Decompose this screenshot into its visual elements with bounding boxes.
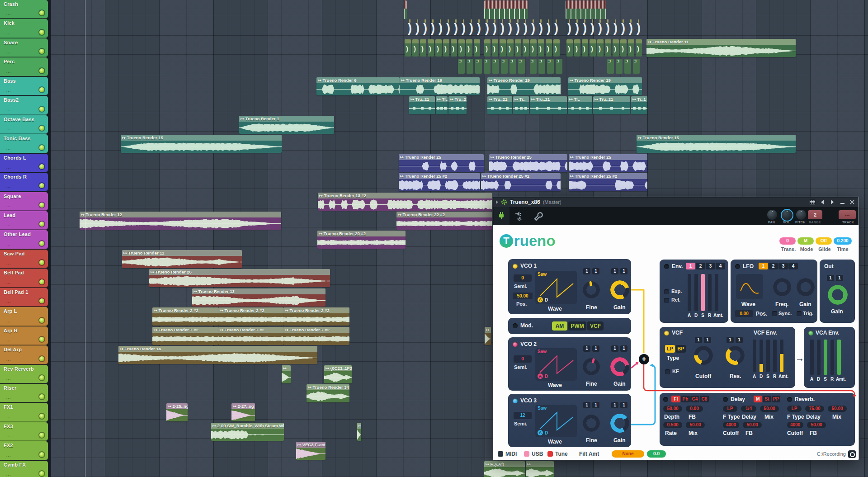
playlist-clip[interactable]: ↦ Trueno Render 13 [192, 288, 326, 307]
track-mute-led[interactable] [39, 87, 44, 92]
track-header[interactable]: FX3... [0, 422, 48, 441]
track-options-dots[interactable]: ... [6, 338, 11, 342]
track-box[interactable]: --- [839, 210, 856, 219]
playlist-clip[interactable]: ↦ Trueno Render 22 #2 [396, 212, 492, 230]
close-icon[interactable] [849, 198, 856, 206]
track-options-dots[interactable]: ... [6, 50, 11, 54]
track-mute-led[interactable] [39, 126, 44, 131]
kick-hit-clip[interactable]: ) [553, 19, 560, 38]
track-mute-led[interactable] [39, 394, 44, 399]
kick-hit-clip[interactable]: ) [468, 19, 475, 38]
crash-clip[interactable] [404, 0, 407, 19]
kick-hit-clip[interactable]: ) [484, 19, 491, 38]
kick-hit-clip[interactable]: ) [597, 19, 604, 38]
kick-hit-clip[interactable]: ) [590, 19, 596, 38]
perc-hit-clip[interactable]: Ǝ [556, 59, 562, 74]
kick-hit-clip[interactable]: ) [407, 19, 413, 38]
perc-hit-clip[interactable]: Ǝ [518, 59, 525, 74]
snare-hit-clip[interactable]: ) [636, 39, 642, 57]
playlist-clip[interactable]: ↦ Trueno Render 15 [637, 135, 796, 153]
track-header[interactable]: Arp L... [0, 307, 48, 326]
snare-hit-clip[interactable]: ) [492, 39, 498, 57]
track-mute-led[interactable] [39, 337, 44, 342]
plugin-gear-icon[interactable] [501, 199, 507, 205]
playlist-clip[interactable]: ↦ Trueno Render 25 [399, 154, 484, 172]
snare-hit-clip[interactable]: ) [574, 39, 580, 57]
perc-hit-clip[interactable]: Ǝ [616, 59, 623, 74]
kick-hit-clip[interactable]: ) [538, 19, 544, 38]
track-options-dots[interactable]: ... [6, 357, 11, 362]
volume-knob[interactable] [781, 209, 793, 222]
crash-clip[interactable] [566, 0, 606, 19]
playlist-clip[interactable]: ↦ Trueno Render 26 [149, 269, 330, 287]
playlist-clip[interactable]: ↦ VEC3 F..act 24 [296, 442, 326, 460]
perc-hit-clip[interactable]: Ǝ [633, 59, 640, 74]
kick-hit-clip[interactable]: ) [515, 19, 521, 38]
track-header[interactable]: FX2... [0, 441, 48, 460]
track-mute-led[interactable] [39, 241, 44, 246]
playlist-clip[interactable]: ↦ Tr..1 [631, 96, 647, 114]
perc-hit-clip[interactable]: Ǝ [475, 59, 482, 74]
playlist-clip[interactable]: ↦ Tr.. [436, 96, 448, 114]
playlist-clip[interactable]: ↦ Trueno Render 20 #2 [317, 231, 406, 249]
perc-hit-clip[interactable]: Ǝ [509, 59, 516, 74]
track-header[interactable]: Bell Pad 1... [0, 288, 48, 307]
track-header[interactable]: Tonic Bass... [0, 134, 48, 153]
playlist-clip[interactable]: ↦ Trueno Render 19 [400, 77, 480, 95]
kick-hit-clip[interactable]: ) [613, 19, 619, 38]
snare-hit-clip[interactable]: ) [628, 39, 634, 57]
snare-hit-clip[interactable]: ) [484, 39, 491, 57]
track-mute-led[interactable] [39, 298, 44, 303]
pitch-range-box[interactable]: 2 [808, 210, 822, 219]
playlist-clip[interactable]: ↦ 2-25..ng [166, 403, 188, 421]
playlist-clip[interactable]: ↦ 2-09 SW_Rumble, With Steam Whoosh [211, 423, 284, 441]
track-mute-led[interactable] [39, 203, 44, 208]
track-mute-led[interactable] [39, 471, 44, 476]
playlist-clip[interactable]: ↦ {0C23..1F39} [324, 365, 352, 383]
snare-hit-clip[interactable]: ) [605, 39, 611, 57]
track-options-dots[interactable]: ... [6, 127, 11, 131]
track-options-dots[interactable]: ... [6, 299, 11, 304]
perc-hit-clip[interactable]: Ǝ [467, 59, 473, 74]
speaker-settings-icon[interactable] [515, 211, 525, 222]
track-header[interactable]: Bass... [0, 77, 48, 95]
snare-hit-clip[interactable]: ) [451, 39, 457, 57]
track-options-dots[interactable]: ... [6, 203, 11, 208]
track-options-dots[interactable]: ... [6, 434, 11, 438]
track-mute-led[interactable] [39, 356, 44, 361]
track-header[interactable]: Kick... [0, 19, 48, 38]
perc-hit-clip[interactable]: Ǝ [607, 59, 614, 74]
kick-hit-clip[interactable]: ) [453, 19, 459, 38]
playlist-clip[interactable]: ↦ Trueno Render 2 #2 [152, 307, 218, 326]
pitch-knob[interactable] [796, 210, 806, 220]
track-options-dots[interactable]: ... [6, 319, 11, 323]
playlist-clip[interactable]: ↦ Trueno Render 2 #2 [218, 307, 283, 326]
playlist-clip[interactable]: ↦ Trueno Render 19 [487, 77, 561, 95]
track-mute-led[interactable] [39, 318, 44, 323]
playlist-clip[interactable]: ↦ F..y.Aft [484, 461, 525, 477]
pan-knob[interactable] [767, 210, 777, 220]
track-mute-led[interactable] [39, 279, 44, 284]
playlist-clip[interactable]: ↦ Trueno Render 15 [121, 135, 282, 153]
kick-hit-clip[interactable]: ) [422, 19, 429, 38]
track-mute-led[interactable] [39, 49, 44, 54]
track-header[interactable]: Octave Bass... [0, 115, 48, 134]
playlist-clip[interactable]: ↦ Tru..21 [409, 96, 435, 114]
snare-hit-clip[interactable]: ) [582, 39, 588, 57]
snare-hit-clip[interactable]: ) [515, 39, 521, 57]
kick-hit-clip[interactable]: ) [507, 19, 514, 38]
track-mute-led[interactable] [39, 107, 44, 112]
track-header[interactable]: Crash... [0, 0, 48, 19]
snare-hit-clip[interactable]: ) [458, 39, 465, 57]
perc-hit-clip[interactable]: Ǝ [484, 59, 491, 74]
kick-hit-clip[interactable]: ) [574, 19, 580, 38]
track-header[interactable]: Saw Pad... [0, 250, 48, 268]
track-header[interactable]: FX1... [0, 403, 48, 421]
next-preset-icon[interactable] [829, 198, 836, 206]
playlist-clip[interactable]: ↦ Trueno Render 25 #2 [481, 173, 561, 191]
perc-hit-clip[interactable]: Ǝ [492, 59, 499, 74]
track-header[interactable]: Chords L... [0, 154, 48, 172]
kick-hit-clip[interactable]: ) [461, 19, 467, 38]
track-options-dots[interactable]: ... [6, 88, 11, 93]
playlist-clip[interactable]: ↦ Trueno Render 1 [239, 116, 334, 134]
